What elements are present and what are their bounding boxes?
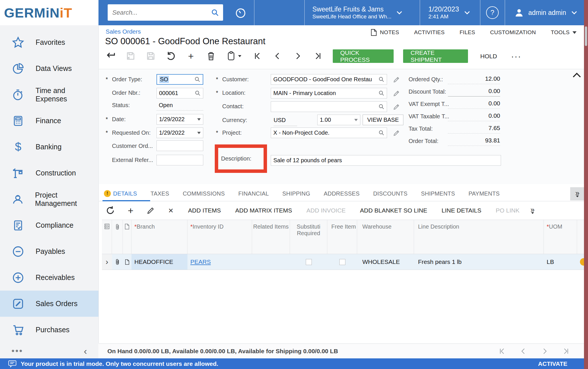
column-header-related-items[interactable]: Related Items	[252, 220, 290, 254]
add-blanket-so-line-button[interactable]: ADD BLANKET SO LINE	[357, 207, 431, 214]
back-button[interactable]	[104, 50, 117, 62]
notes-column-icon[interactable]	[123, 220, 131, 254]
tab-shipping[interactable]: SHIPPING	[282, 190, 310, 197]
currency-rate-select[interactable]: 1.00	[317, 115, 360, 125]
copy-paste-button[interactable]	[225, 50, 244, 62]
save-close-button[interactable]	[124, 50, 137, 62]
tab-shipments[interactable]: SHIPMENTS	[421, 190, 455, 197]
checkbox[interactable]	[306, 259, 312, 265]
tab-details[interactable]: ! DETAILS	[104, 190, 137, 197]
delete-row-icon[interactable]: ×	[165, 204, 177, 217]
search-icon[interactable]	[211, 9, 219, 17]
activities-button[interactable]: ACTIVITIES	[414, 29, 444, 36]
add-row-button[interactable]: +	[124, 204, 137, 217]
column-header-warehouse[interactable]: Warehouse	[357, 220, 414, 254]
order-type-input[interactable]: SO	[156, 74, 203, 85]
cell-inventory-id[interactable]: PEARS	[187, 254, 252, 270]
sidebar-item-banking[interactable]: $ Banking	[0, 134, 98, 160]
checkbox[interactable]	[339, 259, 345, 265]
project-input[interactable]: X - Non-Project Code.	[271, 127, 387, 138]
customer-input[interactable]: GOODFOOD - GoodFood One Restau	[271, 74, 387, 85]
scrollbar-thumb[interactable]	[585, 26, 587, 46]
cell-warehouse[interactable]: WHOLESALE	[357, 254, 414, 270]
window-scrollbar[interactable]	[584, 0, 588, 369]
table-row[interactable]: › HEADOFFICE PEARS WHOLESALE Fresh pears…	[102, 254, 584, 270]
caret-down-icon[interactable]	[197, 118, 201, 121]
location-input[interactable]: MAIN - Primary Location	[271, 88, 387, 98]
company-selector[interactable]: SweetLife Fruits & Jams SweetLife Head O…	[312, 0, 419, 25]
row-paperclip-icon[interactable]	[112, 254, 123, 270]
sidebar-item-payables[interactable]: Payables	[0, 238, 98, 264]
hold-button[interactable]: HOLD	[477, 49, 500, 63]
row-expander-icon[interactable]: ›	[102, 254, 112, 270]
paperclip-column-icon[interactable]	[112, 220, 123, 254]
edit-project-icon[interactable]	[393, 129, 400, 137]
sidebar-item-project-management[interactable]: Project Management	[0, 186, 98, 212]
cell-related-items[interactable]	[252, 254, 290, 270]
search-input[interactable]	[112, 9, 211, 17]
edit-location-icon[interactable]	[393, 90, 400, 97]
cell-free-item[interactable]	[327, 254, 357, 270]
lookup-icon[interactable]	[378, 104, 384, 110]
sidebar-item-sales-orders[interactable]: Sales Orders	[0, 291, 98, 317]
sidebar-item-compliance[interactable]: Compliance	[0, 212, 98, 238]
save-button[interactable]	[144, 50, 157, 62]
contact-input[interactable]	[271, 101, 387, 112]
add-matrix-items-button[interactable]: ADD MATRIX ITEMS	[232, 207, 295, 214]
first-page-icon[interactable]	[498, 347, 506, 355]
customization-button[interactable]: CUSTOMIZATION	[490, 29, 536, 36]
tab-commissions[interactable]: COMMISSIONS	[183, 190, 225, 197]
cell-uom[interactable]: LB	[544, 254, 577, 270]
sidebar-item-favorites[interactable]: Favorites	[0, 29, 98, 55]
files-button[interactable]: FILES	[460, 29, 475, 36]
add-items-button[interactable]: ADD ITEMS	[185, 207, 224, 214]
global-search[interactable]	[108, 4, 223, 21]
external-ref-input[interactable]	[156, 155, 203, 165]
po-link-button[interactable]: PO LINK	[492, 207, 523, 214]
tab-payments[interactable]: PAYMENTS	[469, 190, 500, 197]
sidebar-item-data-views[interactable]: Data Views	[0, 55, 98, 82]
previous-record-icon[interactable]	[271, 50, 284, 62]
cell-line-description[interactable]: Fresh pears 1 lb	[414, 254, 544, 270]
date-time-selector[interactable]: 1/20/2023 2:41 AM	[428, 0, 477, 25]
user-menu[interactable]: admin admin	[514, 0, 580, 25]
tools-button[interactable]: TOOLS	[551, 29, 577, 36]
row-settings-icon[interactable]	[102, 220, 112, 254]
quick-process-button[interactable]: QUICK PROCESS	[333, 49, 394, 63]
activate-button[interactable]: ACTIVATE	[538, 360, 567, 367]
requested-on-input[interactable]: 1/29/2022	[156, 127, 203, 138]
app-logo[interactable]: GERMiNiT	[0, 0, 98, 25]
grid-toolbar-overflow-button[interactable]: »	[530, 207, 534, 214]
row-note-icon[interactable]	[123, 254, 131, 270]
tab-discounts[interactable]: DISCOUNTS	[373, 190, 408, 197]
sidebar-item-receivables[interactable]: Receivables	[0, 264, 98, 291]
business-date-button[interactable]	[233, 0, 248, 25]
undo-icon[interactable]	[165, 50, 177, 62]
currency-code[interactable]: USD	[274, 117, 297, 126]
customer-order-input[interactable]	[156, 140, 203, 151]
help-button[interactable]: ?	[486, 0, 499, 25]
sidebar-item-construction[interactable]: Construction	[0, 160, 98, 186]
delete-icon[interactable]	[205, 50, 217, 62]
edit-row-icon[interactable]	[144, 204, 157, 217]
tab-overflow-button[interactable]: »	[570, 187, 585, 200]
tab-financial[interactable]: FINANCIAL	[238, 190, 269, 197]
next-record-icon[interactable]	[291, 50, 304, 62]
sidebar-item-time-and-expenses[interactable]: Time and Expenses	[0, 82, 98, 108]
column-header-line-description[interactable]: Line Description	[414, 220, 544, 254]
add-invoice-button[interactable]: ADD INVOICE	[303, 207, 349, 214]
collapse-sidebar-icon[interactable]: ‹	[84, 345, 87, 357]
lookup-icon[interactable]	[194, 76, 200, 82]
first-record-icon[interactable]	[251, 50, 264, 62]
edit-contact-icon[interactable]	[393, 103, 400, 111]
lookup-icon[interactable]	[378, 76, 384, 82]
sidebar-item-purchases[interactable]: Purchases	[0, 317, 98, 343]
cell-substitution-required[interactable]	[290, 254, 327, 270]
collapse-panel-icon[interactable]	[572, 72, 581, 78]
discount-total-value[interactable]: 0.00	[448, 88, 500, 96]
tab-addresses[interactable]: ADDRESSES	[324, 190, 359, 197]
refresh-icon[interactable]	[104, 204, 117, 217]
last-page-icon[interactable]	[562, 347, 570, 355]
previous-page-icon[interactable]	[520, 347, 527, 355]
last-record-icon[interactable]	[312, 50, 324, 62]
